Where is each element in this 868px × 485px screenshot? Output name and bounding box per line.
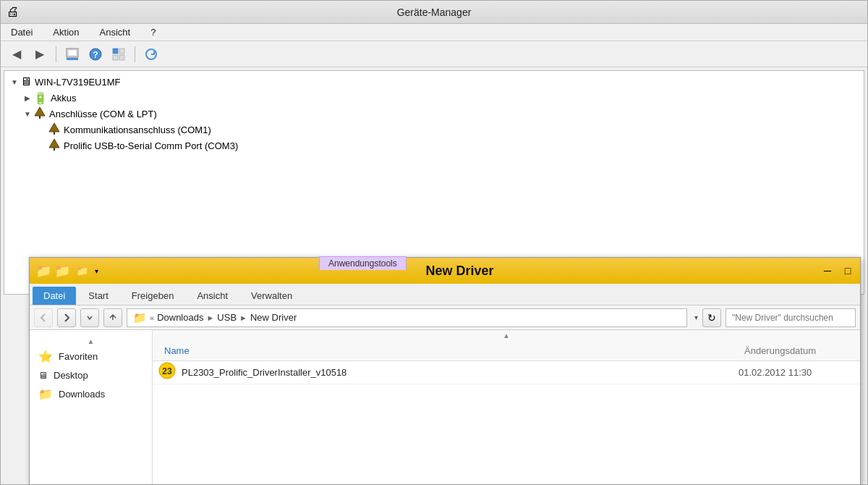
ports-icon [33,106,46,122]
address-bar: 📁 « Downloads ► USB ► New Driver ▾ ↻ [30,305,860,330]
akkus-icon: 🔋 [33,91,48,105]
path-downloads[interactable]: Downloads [157,312,203,323]
col-header-date[interactable]: Änderungsdatum [739,345,854,356]
svg-rect-2 [67,58,78,60]
file-date: 01.02.2012 11:30 [739,367,854,378]
title-dropdown-arrow[interactable]: ▾ [95,267,98,275]
svg-marker-14 [49,139,59,148]
tab-ansicht[interactable]: Ansicht [186,287,239,305]
explorer-main: ▲ ⭐ Favoriten 🖥 Desktop 📁 Downloads ▲ Na… [30,330,860,484]
root-label: WIN-L7V319EU1MF [35,77,120,88]
svg-text:23: 23 [162,366,172,376]
ribbon-tabs: Datei Start Freigeben Ansicht Verwalten [30,284,860,305]
menu-bar: Datei Aktion Ansicht ? [1,24,867,41]
path-arrow2: ► [239,313,247,322]
desktop-label: Desktop [54,370,88,381]
explorer-sidebar: ▲ ⭐ Favoriten 🖥 Desktop 📁 Downloads [30,330,153,484]
svg-rect-6 [119,48,124,54]
maximize-button[interactable]: □ [838,263,857,279]
svg-marker-12 [49,123,59,132]
com3-icon [48,138,61,153]
forward-nav-button[interactable] [57,308,76,327]
path-sep1: « [150,313,154,322]
title-new-folder-icon: 📁 [54,263,70,279]
file-content-area: ▲ Name Änderungsdatum 23 PL2303_Prolific… [153,330,860,484]
refresh-button[interactable] [141,44,161,64]
tab-freigeben[interactable]: Freigeben [121,287,185,305]
title-folder-icon: 📁 [35,263,51,279]
toolbar-separator [56,46,56,62]
back-nav-button[interactable] [34,308,53,327]
title-bar-text: Geräte-Manager [397,7,472,18]
menu-datei[interactable]: Datei [7,25,37,39]
tree-node-com3[interactable]: Prolific USB-to-Serial Comm Port (COM3) [7,138,861,153]
address-dropdown-arrow[interactable]: ▾ [694,313,698,321]
tab-verwalten[interactable]: Verwalten [240,287,303,305]
tree-node-ports[interactable]: ▼ Anschlüsse (COM & LPT) [7,106,861,122]
list-sort-indicator: ▲ [503,332,510,340]
anwendungstools-badge: Anwendungstools [319,256,407,270]
explorer-title-bar: 📁 📁 📁 ▾ Anwendungstools New Driver ─ □ [30,258,860,284]
sidebar-item-downloads[interactable]: 📁 Downloads [30,384,152,403]
view-button[interactable] [109,44,129,64]
file-icon: 23 [158,362,176,383]
file-list-header: Name Änderungsdatum [153,341,860,361]
tree-node-com1[interactable]: Kommunikationsanschluss (COM1) [7,122,861,138]
sidebar-item-desktop[interactable]: 🖥 Desktop [30,366,152,384]
root-expand-icon: ▼ [9,78,20,86]
file-row[interactable]: 23 PL2303_Prolific_DriverInstaller_v1051… [153,361,860,384]
refresh-nav-button[interactable]: ↻ [702,308,721,327]
menu-help[interactable]: ? [146,25,160,39]
favoriten-label: Favoriten [59,351,98,362]
search-input[interactable] [726,308,856,327]
svg-rect-8 [119,55,124,60]
sort-indicator: ▲ [30,336,152,347]
desktop-icon: 🖥 [38,370,48,381]
favoriten-icon: ⭐ [38,350,53,363]
svg-rect-7 [113,55,118,60]
title-pin-button[interactable]: 📁 [73,262,90,279]
akkus-label: Akkus [51,93,76,104]
path-arrow1: ► [206,313,214,322]
svg-rect-1 [68,50,77,56]
com3-label: Prolific USB-to-Serial Comm Port (COM3) [64,140,238,151]
explorer-title-text: New Driver [104,258,815,284]
minimize-button[interactable]: ─ [818,263,837,279]
root-icon: 🖥 [20,75,32,88]
akkus-expand: ▶ [22,94,33,102]
toolbar: ◀ ▶ ? [1,41,867,67]
path-usb[interactable]: USB [217,312,237,323]
up-nav-button[interactable] [103,308,122,327]
properties-button[interactable] [62,44,82,64]
forward-button[interactable]: ▶ [30,44,50,64]
explorer-window: 📁 📁 📁 ▾ Anwendungstools New Driver ─ □ D… [29,257,861,485]
ports-expand: ▼ [22,110,33,118]
sidebar-item-favoriten[interactable]: ⭐ Favoriten [30,347,152,366]
title-bar: 🖨 Geräte-Manager [1,1,867,24]
toolbar-separator2 [135,46,135,62]
tree-node-akkus[interactable]: ▶ 🔋 Akkus [7,90,861,106]
com1-label: Kommunikationsanschluss (COM1) [64,125,211,135]
tab-start[interactable]: Start [77,287,119,305]
title-bar-icon: 🖨 [7,4,20,20]
path-newdriver[interactable]: New Driver [250,312,297,323]
com1-icon [48,122,61,138]
help-button[interactable]: ? [85,44,106,64]
explorer-window-controls: ─ □ [815,258,860,284]
menu-aktion[interactable]: Aktion [48,25,83,39]
svg-marker-10 [35,107,45,116]
downloads-label: Downloads [59,389,105,400]
ports-label: Anschlüsse (COM & LPT) [49,109,157,119]
back-button[interactable]: ◀ [7,44,27,64]
downloads-icon: 📁 [38,387,53,401]
tree-root[interactable]: ▼ 🖥 WIN-L7V319EU1MF [7,74,861,90]
col-header-name[interactable]: Name [158,345,739,356]
dropdown-nav-button[interactable] [80,308,99,327]
tab-datei[interactable]: Datei [33,287,76,305]
svg-text:?: ? [93,50,98,60]
path-folder-icon: 📁 [133,311,147,324]
svg-rect-5 [113,48,118,54]
address-path-box[interactable]: 📁 « Downloads ► USB ► New Driver [127,308,687,327]
explorer-title-left: 📁 📁 📁 ▾ [30,258,104,284]
menu-ansicht[interactable]: Ansicht [95,25,135,39]
